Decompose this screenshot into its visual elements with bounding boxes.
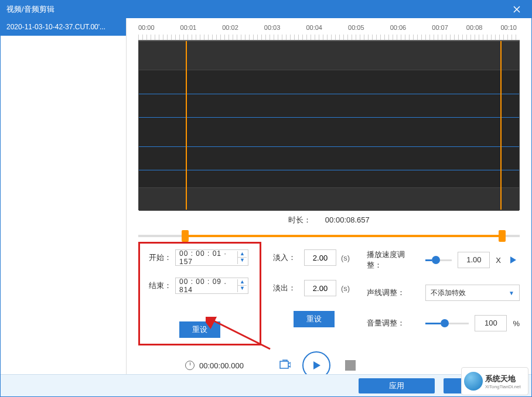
fadeout-label: 淡出： [273,283,299,293]
clock-icon [185,361,195,370]
time-reset-button[interactable]: 重设 [179,321,220,338]
time-range-group: 开始： 00 : 00 : 01 · 157 ▲ ▼ 结束： 00 : 0 [138,242,261,345]
end-spinner-down[interactable]: ▼ [237,286,247,292]
file-sidebar: 2020-11-03-10-42-37.CUT.00'... [1,18,127,375]
close-button[interactable] [508,1,526,18]
playback-time: 00:00:00.000 [185,361,244,370]
start-label: 开始： [149,252,175,263]
voice-select[interactable]: 不添加特效 ▼ [425,285,520,301]
speed-preview-button[interactable] [507,254,520,266]
file-tab[interactable]: 2020-11-03-10-42-37.CUT.00'... [1,18,126,36]
watermark-badge: 系统天地 XiTongTianDi.net [461,367,528,395]
chevron-down-icon: ▼ [509,290,514,296]
fadein-label: 淡入： [273,252,299,263]
duration-display: 时长： 00:00:08.657 [127,210,531,230]
stop-button[interactable] [345,360,356,371]
speed-label: 播放速度调整： [367,249,420,271]
scrub-handle-start[interactable] [182,230,189,242]
fade-group: 淡入： (s) 淡出： (s) 重设 [273,242,355,345]
range-marker-start[interactable] [186,41,187,210]
end-time-input[interactable]: 00 : 00 : 09 . 814 ▲ ▼ [175,278,248,294]
voice-label: 声线调整： [367,288,420,298]
volume-slider[interactable] [425,317,469,329]
volume-label: 音量调整： [367,318,420,328]
fade-reset-button[interactable]: 重设 [294,311,335,327]
adjust-group: 播放速度调整： 1.00 X 声线调整： [367,242,520,345]
time-ruler: 00:00 00:01 00:02 00:03 00:04 00:05 00:0… [138,24,520,35]
start-time-input[interactable]: 00 : 00 : 01 · 157 ▲ ▼ [175,249,248,266]
editor-window: 视频/音频剪辑 2020-11-03-10-42-37.CUT.00'... 0… [0,0,532,397]
titlebar: 视频/音频剪辑 [1,1,531,18]
start-spinner-down[interactable]: ▼ [237,258,247,264]
scrub-handle-end[interactable] [499,230,506,242]
apply-button[interactable]: 应用 [359,378,435,393]
speed-value[interactable]: 1.00 [458,252,490,268]
main-panel: 00:00 00:01 00:02 00:03 00:04 00:05 00:0… [127,18,531,375]
globe-icon [464,372,483,391]
speed-slider[interactable] [425,254,452,266]
end-label: 结束： [149,280,175,291]
waveform-display[interactable] [138,40,520,210]
volume-value[interactable]: 100 [475,315,507,331]
fadein-input[interactable] [304,249,336,266]
range-marker-end[interactable] [500,41,502,210]
dialog-footer: 应用 OK [1,374,531,396]
fadeout-input[interactable] [304,280,336,296]
snapshot-button[interactable] [279,359,291,372]
window-title: 视频/音频剪辑 [6,4,508,15]
